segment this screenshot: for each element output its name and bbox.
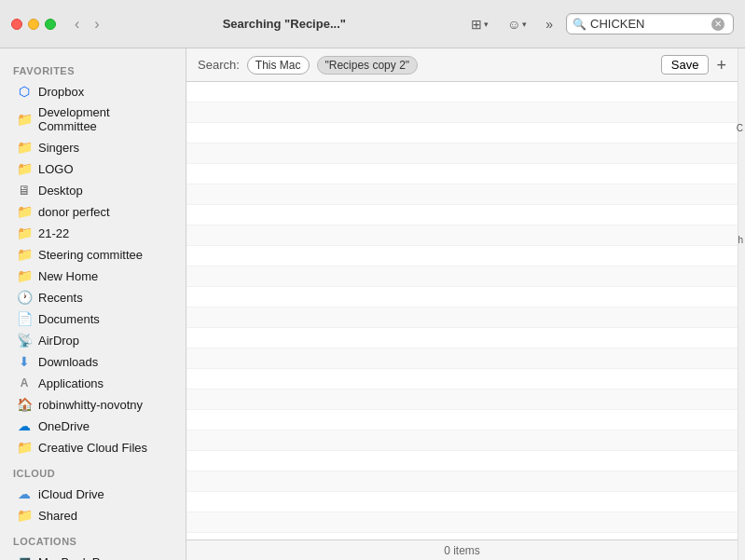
titlebar: ‹ › Searching "Recipe..." ⊞ ▾ ☺ ▾ » 🔍 CH…	[0, 0, 745, 48]
search-bar: Search: This Mac "Recipes copy 2" Save +	[186, 48, 738, 82]
documents-icon: 📄	[17, 311, 32, 326]
sidebar-item-donor-perfect[interactable]: 📁 donor perfect	[4, 201, 182, 222]
sidebar-item-new-home[interactable]: 📁 New Home	[4, 266, 182, 286]
folder-icon: 📁	[17, 247, 32, 262]
save-button[interactable]: Save	[661, 55, 710, 75]
file-row	[186, 225, 738, 246]
search-bar-label: Search:	[198, 58, 240, 72]
file-row	[186, 389, 738, 410]
folder-icon: 📁	[17, 268, 32, 283]
sidebar-item-development-committee[interactable]: 📁 Development Committee	[4, 102, 182, 136]
applications-icon: A	[17, 376, 32, 390]
file-row	[186, 471, 738, 492]
sidebar-item-robinwhitty[interactable]: 🏠 robinwhitty-novotny	[4, 394, 182, 415]
icloud-icon: ☁	[17, 486, 32, 501]
search-icon: 🔍	[573, 18, 586, 31]
sidebar-item-label: LOGO	[38, 162, 74, 176]
file-row	[186, 348, 738, 369]
sidebar-item-applications[interactable]: A Applications	[4, 373, 182, 393]
sidebar-item-logo[interactable]: 📁 LOGO	[4, 158, 182, 179]
sidebar-item-21-22[interactable]: 📁 21-22	[4, 223, 182, 243]
sidebar-item-label: Recents	[38, 291, 83, 305]
sidebar-item-label: Shared	[38, 509, 77, 523]
sidebar-item-dropbox[interactable]: ⬡ Dropbox	[4, 81, 182, 102]
sidebar-item-label: Documents	[38, 312, 100, 326]
sidebar-item-onedrive[interactable]: ☁ OneDrive	[4, 416, 182, 436]
folder-icon: 📁	[17, 161, 32, 176]
folder-icon: 📁	[17, 225, 32, 240]
file-row	[186, 266, 738, 287]
sidebar-item-label: Downloads	[38, 355, 98, 369]
downloads-icon: ⬇	[17, 354, 32, 369]
sidebar-item-documents[interactable]: 📄 Documents	[4, 308, 182, 329]
traffic-lights	[11, 19, 56, 30]
sidebar-item-label: Applications	[38, 376, 103, 390]
file-row	[186, 205, 738, 225]
file-row	[186, 164, 738, 184]
share-button[interactable]: ☺ ▾	[502, 14, 532, 34]
recents-icon: 🕐	[17, 290, 32, 305]
right-edge: C h	[738, 48, 745, 560]
sidebar-item-label: iCloud Drive	[38, 487, 104, 501]
sidebar-item-creative-cloud[interactable]: 📁 Creative Cloud Files	[4, 437, 182, 458]
title-area: Searching "Recipe..."	[111, 17, 458, 31]
file-row	[186, 82, 738, 102]
sidebar-item-label: donor perfect	[38, 205, 110, 219]
creative-cloud-icon: 📁	[17, 440, 32, 455]
zoom-button[interactable]	[45, 19, 56, 30]
sidebar-item-label: Development Committee	[38, 105, 169, 133]
shared-icon: 📁	[17, 508, 32, 523]
file-row	[186, 102, 738, 123]
file-row	[186, 184, 738, 205]
sidebar-item-desktop[interactable]: 🖥 Desktop	[4, 180, 182, 200]
right-edge-letter-c: C	[737, 123, 743, 133]
sidebar-item-recents[interactable]: 🕐 Recents	[4, 287, 182, 307]
file-row	[186, 410, 738, 430]
sidebar-item-label: robinwhitty-novotny	[38, 398, 143, 412]
toolbar-icons: ⊞ ▾ ☺ ▾ »	[465, 14, 559, 34]
main-layout: Favorites ⬡ Dropbox 📁 Development Commit…	[0, 48, 745, 560]
onedrive-icon: ☁	[17, 418, 32, 433]
sidebar-item-label: MacBook Pro	[38, 555, 111, 561]
items-count: 0 items	[444, 544, 480, 557]
sidebar-item-shared[interactable]: 📁 Shared	[4, 505, 182, 526]
file-row	[186, 143, 738, 164]
file-row	[186, 123, 738, 143]
desktop-icon: 🖥	[17, 183, 32, 198]
search-box[interactable]: 🔍 CHICKEN ✕	[566, 13, 734, 34]
sidebar-item-label: Dropbox	[38, 85, 84, 99]
file-row	[186, 533, 738, 540]
sidebar-item-label: Desktop	[38, 184, 83, 198]
sidebar-item-label: OneDrive	[38, 419, 90, 433]
minimize-button[interactable]	[28, 19, 39, 30]
file-row	[186, 287, 738, 307]
sidebar-item-singers[interactable]: 📁 Singers	[4, 137, 182, 157]
file-row	[186, 451, 738, 471]
sidebar-item-label: 21-22	[38, 226, 69, 240]
view-chevron-icon: ▾	[484, 20, 489, 29]
view-options-button[interactable]: ⊞ ▾	[465, 14, 494, 34]
this-mac-scope-button[interactable]: This Mac	[247, 56, 310, 75]
sidebar-item-downloads[interactable]: ⬇ Downloads	[4, 351, 182, 372]
search-clear-button[interactable]: ✕	[711, 18, 724, 31]
window-title: Searching "Recipe..."	[223, 17, 346, 31]
sidebar-item-airdrop[interactable]: 📡 AirDrop	[4, 330, 182, 350]
back-button[interactable]: ‹	[71, 14, 83, 34]
sidebar-item-label: Singers	[38, 141, 79, 155]
add-filter-button[interactable]: +	[716, 57, 726, 74]
airdrop-icon: 📡	[17, 333, 32, 348]
recipes-scope-tag[interactable]: "Recipes copy 2"	[317, 56, 419, 75]
sidebar-item-icloud-drive[interactable]: ☁ iCloud Drive	[4, 484, 182, 504]
file-list	[186, 82, 738, 540]
file-row	[186, 246, 738, 266]
forward-button[interactable]: ›	[90, 14, 103, 34]
search-input[interactable]: CHICKEN	[590, 17, 711, 31]
sidebar-item-macbook-pro[interactable]: 💻 MacBook Pro	[4, 552, 182, 560]
sidebar-item-label: New Home	[38, 269, 98, 283]
view-icon: ⊞	[471, 17, 482, 32]
close-button[interactable]	[11, 19, 22, 30]
sidebar-item-steering-committee[interactable]: 📁 Steering committee	[4, 244, 182, 265]
more-button[interactable]: »	[540, 14, 559, 34]
share-icon: ☺	[507, 17, 520, 32]
file-row	[186, 307, 738, 328]
